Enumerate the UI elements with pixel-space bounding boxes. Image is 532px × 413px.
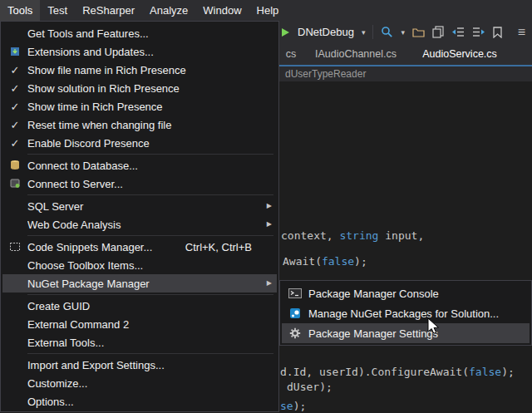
menu-item-enable-discord-presence[interactable]: ✓ Enable Discord Presence [2,134,277,152]
menu-item-label: Code Snippets Manager... [27,241,185,253]
menu-item-label: Import and Export Settings... [27,359,262,371]
vs-window: Tools Test ReSharper Analyze Window Help… [0,0,532,413]
menu-item-show-file-name-rich-presence[interactable]: ✓ Show file name in Rich Presence [2,61,277,79]
tab-iaudiochannel[interactable]: IAudioChannel.cs [308,43,404,65]
check-icon: ✓ [11,138,20,149]
menu-item-label: Enable Discord Presence [27,137,262,150]
extensions-icon [2,46,27,57]
menu-item-external-tools[interactable]: External Tools... [2,333,277,352]
submenu-item-package-manager-settings[interactable]: Package Manager Settings [282,323,530,343]
menu-item-label: Options... [27,396,262,408]
menu-item-label: Reset time when changing file [27,119,262,131]
menu-item-label: Show solution in Rich Presence [27,82,262,95]
menu-item-label: Get Tools and Features... [27,27,262,40]
gear-icon [282,327,308,339]
toolbar-separator [372,25,373,39]
menu-item-import-export-settings[interactable]: Import and Export Settings... [2,356,277,374]
submenu-item-package-manager-console[interactable]: Package Manager Console [282,283,530,303]
tab-audioservice[interactable]: AudioService.cs [409,43,510,65]
menu-item-external-command-2[interactable]: External Command 2 [2,315,277,333]
menu-shortcut: Ctrl+K, Ctrl+B [185,241,252,253]
code-line: se); [280,400,306,412]
breadcrumb: dUserTypeReader [285,68,366,80]
menu-item-label: NuGet Package Manager [27,278,262,290]
chevron-down-icon[interactable]: ▾ [401,28,405,37]
code-line: d.Id, userId).ConfigureAwait(false); [280,366,515,378]
submenu-item-label: Manage NuGet Packages for Solution... [308,307,530,320]
menu-separator [27,294,273,295]
menu-item-label: External Tools... [27,337,262,349]
check-icon: ✓ [11,120,20,130]
submenu-item-label: Package Manager Console [308,288,530,300]
code-line: dUser); [287,381,332,393]
menubar-item-tools[interactable]: Tools [0,0,40,21]
menu-item-label: Show time in Rich Presence [27,101,262,113]
folder-icon[interactable] [412,27,425,37]
menu-item-get-tools-and-features[interactable]: Get Tools and Features... [2,24,277,42]
chevron-down-icon[interactable]: ▾ [362,28,366,37]
editor-navigation-bar[interactable]: dUserTypeReader [278,66,532,81]
menubar-item-help[interactable]: Help [249,0,287,21]
menu-item-show-solution-rich-presence[interactable]: ✓ Show solution in Rich Presence [2,79,277,97]
submenu-arrow-icon: ▶ [267,280,272,287]
check-icon: ✓ [11,83,20,94]
menu-item-label: Choose Toolbox Items... [27,259,262,272]
menu-item-label: Connect to Database... [27,160,262,172]
menu-separator [27,154,273,155]
menu-item-label: External Command 2 [27,318,262,331]
documents-icon[interactable] [432,26,444,38]
menu-item-connect-to-database[interactable]: Connect to Database... [2,156,277,175]
indent-icon[interactable] [472,27,485,37]
submenu-item-label: Package Manager Settings [308,327,530,340]
menu-item-label: Create GUID [27,300,262,312]
tab-partial-cs[interactable]: cs [279,43,303,65]
code-editor[interactable]: context, string input, Await(false); d.I… [278,81,532,413]
menu-item-label: SQL Server [27,200,262,213]
menu-item-show-time-rich-presence[interactable]: ✓ Show time in Rich Presence [2,97,277,116]
startup-project-button[interactable]: DNetDebug [298,26,354,38]
bookmark-icon[interactable] [493,27,502,38]
submenu-arrow-icon: ▶ [267,203,272,209]
console-icon [282,288,308,299]
menu-separator [27,235,273,236]
server-icon [2,178,27,189]
menubar-item-analyze[interactable]: Analyze [142,0,195,21]
menu-item-label: Show file name in Rich Presence [27,64,262,76]
overflow-menu-icon[interactable]: ≡ [518,25,525,40]
menu-item-label: Customize... [27,377,262,390]
menu-item-options[interactable]: Options... [2,392,277,411]
nuget-icon [282,307,308,319]
menu-separator [27,194,273,195]
code-line: context, string input, [281,229,424,242]
snippets-icon [2,241,27,253]
outdent-icon[interactable] [451,27,465,37]
submenu-arrow-icon: ▶ [267,221,272,228]
menu-item-extensions-and-updates[interactable]: Extensions and Updates... [2,42,277,61]
tools-menu-dropdown: Get Tools and Features... Extensions and… [0,21,279,412]
nuget-package-manager-submenu: Package Manager Console Manage NuGet Pac… [279,280,532,346]
menu-item-customize[interactable]: Customize... [2,374,277,392]
start-debug-icon[interactable] [281,27,290,37]
menu-item-create-guid[interactable]: Create GUID [2,297,277,315]
menu-item-web-code-analysis[interactable]: Web Code Analysis ▶ [2,215,277,234]
menu-item-sql-server[interactable]: SQL Server ▶ [2,197,277,215]
database-icon [2,160,27,171]
check-icon: ✓ [11,101,20,112]
menu-item-connect-to-server[interactable]: Connect to Server... [2,175,277,193]
submenu-item-manage-nuget-packages[interactable]: Manage NuGet Packages for Solution... [282,303,530,323]
check-icon: ✓ [11,65,20,76]
menubar-item-test[interactable]: Test [40,0,75,21]
menu-item-label: Connect to Server... [27,178,262,190]
menu-item-label: Web Code Analysis [27,219,262,231]
code-line: Await(false); [283,255,367,268]
menubar-item-resharper[interactable]: ReSharper [75,0,142,21]
search-icon[interactable] [381,26,393,38]
menu-bar: Tools Test ReSharper Analyze Window Help [0,0,532,21]
menu-item-label: Extensions and Updates... [27,46,262,58]
menubar-item-window[interactable]: Window [195,0,249,21]
menu-item-code-snippets-manager[interactable]: Code Snippets Manager... Ctrl+K, Ctrl+B [2,238,277,256]
menu-separator [27,353,273,354]
menu-item-nuget-package-manager[interactable]: NuGet Package Manager ▶ [2,274,277,293]
menu-item-reset-time-changing-file[interactable]: ✓ Reset time when changing file [2,116,277,134]
menu-item-choose-toolbox-items[interactable]: Choose Toolbox Items... [2,256,277,274]
